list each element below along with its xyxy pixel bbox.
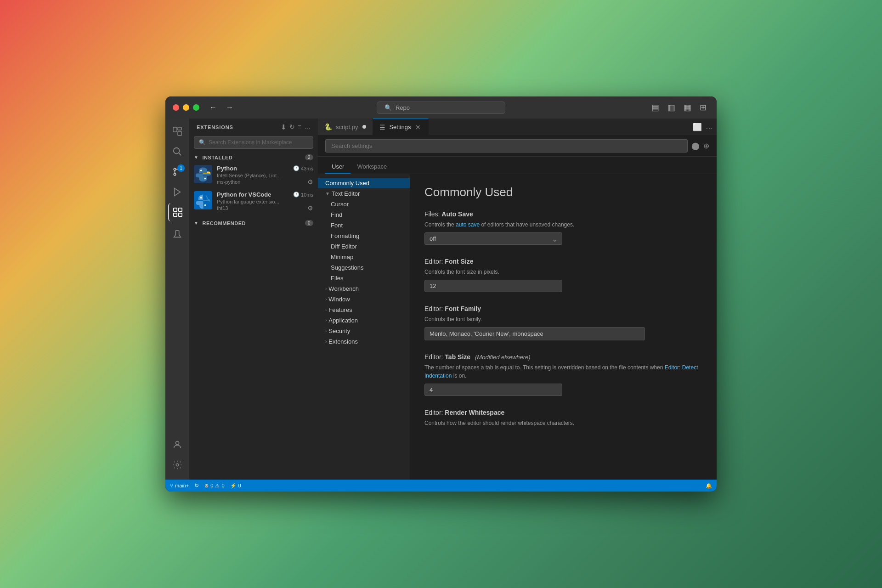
tab-workspace[interactable]: Workspace [351,160,393,174]
status-bar: ⑂ main+ ↻ ⊗ 0 ⚠ 0 ⚡ 0 🔔 [165,480,717,492]
close-button[interactable] [173,104,179,111]
font-size-input[interactable] [424,280,562,292]
extension-item-python-vscode[interactable]: Python for VSCode 🕐 10ms Python language… [189,188,318,215]
tab-size-label-modifier: (Modified elsewhere) [475,354,531,361]
filter-icon[interactable]: ⬇ [281,123,287,131]
more-actions-icon[interactable]: … [304,123,311,131]
search-icon: 🔍 [199,139,206,146]
nav-item-files[interactable]: Files [318,273,410,283]
clock-icon: 🕐 [293,165,300,171]
tab-size-link[interactable]: Editor: Detect Indentation [424,364,698,379]
tab-script-py[interactable]: 🐍 script.py [318,119,373,135]
activity-item-explorer[interactable] [168,122,187,141]
settings-tab-close-icon[interactable]: ✕ [414,123,422,132]
python-ext-desc: IntelliSense (Pylance), Lint... [217,173,313,178]
extension-item-python[interactable]: Python 🕐 43ms IntelliSense (Pylance), Li… [189,162,318,188]
minimize-button[interactable] [183,104,189,111]
nav-item-features[interactable]: › Features [318,305,410,315]
layout-icon-1[interactable]: ▤ [649,101,662,114]
status-item-bell[interactable]: 🔔 [706,483,712,489]
layout-icon-4[interactable]: ⊞ [697,101,709,114]
settings-search-actions: ⬤ ⊕ [691,141,709,150]
settings-filter-icon[interactable]: ⬤ [691,141,700,150]
render-whitespace-label-prefix: Editor: [424,409,445,416]
nav-font-label: Font [331,222,343,229]
nav-item-workbench[interactable]: › Workbench [318,283,410,294]
svg-rect-0 [173,127,177,132]
refresh-icon[interactable]: ↻ [289,123,295,131]
python-ext-gear-icon[interactable]: ⚙ [307,178,313,186]
status-item-errors[interactable]: ⊗ 0 ⚠ 0 [204,483,224,489]
render-whitespace-desc: Controls how the editor should render wh… [424,419,702,427]
tab-user[interactable]: User [325,160,351,174]
installed-badge: 2 [305,154,313,160]
auto-save-link[interactable]: auto save [456,221,480,228]
nav-item-minimap[interactable]: Minimap [318,252,410,262]
layout-icon-2[interactable]: ▥ [665,101,678,114]
setting-item-render-whitespace: Editor: Render Whitespace Controls how t… [424,409,702,427]
status-item-sync[interactable]: ↻ [194,482,199,489]
status-item-branch[interactable]: ⑂ main+ [170,483,189,488]
svg-point-15 [176,464,179,466]
nav-item-diff-editor[interactable]: Diff Editor [318,241,410,252]
nav-item-formatting[interactable]: Formatting [318,231,410,241]
maximize-button[interactable] [193,104,199,111]
recommended-section-header[interactable]: ▼ RECOMMENDED 0 [189,218,318,228]
nav-item-cursor[interactable]: Cursor [318,199,410,209]
tab-bar-actions: ⬜ … [689,119,717,135]
setting-item-font-family: Editor: Font Family Controls the font fa… [424,305,702,340]
recommended-badge: 0 [305,220,313,226]
nav-item-text-editor[interactable]: ▼ Text Editor [318,188,410,199]
settings-nav: Commonly Used ▼ Text Editor Cursor Find [318,174,410,480]
nav-item-font[interactable]: Font [318,220,410,231]
font-family-label-bold: Font Family [445,305,481,312]
auto-save-label: Files: Auto Save [424,210,702,218]
layout-icon-3[interactable]: ▦ [681,101,694,114]
extensions-search[interactable]: 🔍 Search Extensions in Marketplace [194,136,313,149]
bell-icon: 🔔 [706,483,712,489]
font-family-label-prefix: Editor: [424,305,445,312]
nav-item-window[interactable]: › Window [318,294,410,305]
nav-minimap-label: Minimap [331,254,353,260]
clear-icon[interactable]: ≡ [298,123,301,131]
warning-icon: ⚠ [215,483,220,489]
tab-size-input[interactable] [424,384,562,396]
activity-item-testing[interactable] [168,225,187,243]
titlebar-search[interactable]: 🔍 Repo [377,102,505,114]
nav-item-extensions-nav[interactable]: › Extensions [318,336,410,347]
activity-item-settings-gear[interactable] [168,456,187,474]
nav-item-commonly-used[interactable]: Commonly Used [318,178,410,188]
python-vscode-ext-gear-icon[interactable]: ⚙ [307,204,313,212]
activity-item-source-control[interactable]: 1 [168,163,187,181]
python-vscode-ext-timing: 🕐 10ms [293,192,313,198]
setting-item-auto-save: Files: Auto Save Controls the auto save … [424,210,702,245]
activity-item-extensions[interactable] [168,203,187,221]
status-item-remote[interactable]: ⚡ 0 [230,483,241,489]
forward-button[interactable]: → [223,102,236,113]
nav-item-application[interactable]: › Application [318,315,410,326]
settings-search-input[interactable] [325,139,688,153]
render-whitespace-label-bold: Render Whitespace [445,409,504,416]
titlebar-search-text: Repo [396,104,410,111]
python-vscode-ext-desc: Python language extensio... [217,199,313,204]
tab-size-label-bold: Tab Size [445,353,470,361]
more-editor-actions-icon[interactable]: … [706,123,713,131]
activity-item-search[interactable] [168,142,187,161]
settings-clear-icon[interactable]: ⊕ [703,141,709,150]
sidebar-title: EXTENSIONS [197,124,233,130]
nav-cursor-label: Cursor [331,201,349,208]
auto-save-select[interactable]: off afterDelay onFocusChange onWindowCha… [424,232,562,245]
nav-item-suggestions[interactable]: Suggestions [318,262,410,273]
font-family-input[interactable] [424,327,645,340]
activity-item-account[interactable] [168,435,187,454]
tab-settings[interactable]: ☰ Settings ✕ [373,119,429,135]
split-editor-icon[interactable]: ⬜ [693,123,702,131]
nav-item-security[interactable]: › Security [318,326,410,336]
nav-item-find[interactable]: Find [318,209,410,220]
back-button[interactable]: ← [207,102,220,113]
installed-section-header[interactable]: ▼ INSTALLED 2 [189,153,318,162]
titlebar-icons-right: ▤ ▥ ▦ ⊞ [649,101,709,114]
tab-bar: 🐍 script.py ☰ Settings ✕ ⬜ … [318,119,717,136]
activity-item-run[interactable] [168,183,187,201]
python-vscode-extension-icon [194,191,212,209]
